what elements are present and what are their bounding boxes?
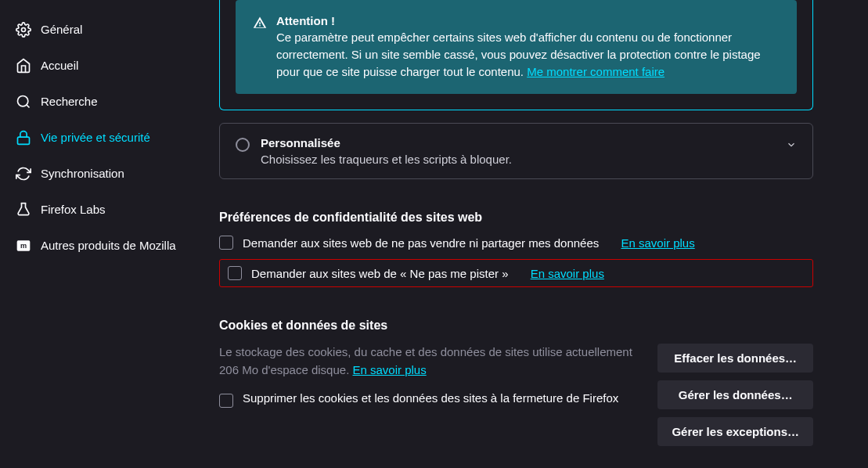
- manage-data-button[interactable]: Gérer les données…: [657, 380, 813, 409]
- sync-icon: [16, 166, 31, 182]
- highlighted-do-not-track: Demander aux sites web de « Ne pas me pi…: [219, 259, 813, 287]
- manage-exceptions-button[interactable]: Gérer les exceptions…: [657, 417, 813, 446]
- home-icon: [16, 58, 31, 74]
- clear-data-button[interactable]: Effacer les données…: [657, 344, 813, 373]
- custom-protection-card[interactable]: Personnalisée Choisissez les traqueurs e…: [219, 123, 813, 179]
- cookies-desc: Le stockage des cookies, du cache et des…: [219, 344, 642, 379]
- checkbox-row-do-not-sell: Demander aux sites web de ne pas vendre …: [219, 236, 813, 250]
- strict-mode-panel: Attention ! Ce paramètre peut empêcher c…: [219, 0, 813, 110]
- svg-point-1: [18, 96, 28, 106]
- sidebar-item-mozilla[interactable]: m Autres produits de Mozilla: [8, 230, 196, 261]
- warning-text: Ce paramètre peut empêcher certains site…: [276, 29, 780, 80]
- svg-rect-3: [18, 137, 30, 144]
- main-content: Attention ! Ce paramètre peut empêcher c…: [203, 0, 868, 468]
- warning-link[interactable]: Me montrer comment faire: [527, 65, 665, 78]
- learn-more-link[interactable]: En savoir plus: [352, 363, 426, 376]
- checkbox-label: Supprimer les cookies et les données des…: [243, 391, 618, 405]
- sidebar-item-label: Recherche: [41, 95, 98, 109]
- svg-point-0: [22, 28, 26, 32]
- checkbox-do-not-sell[interactable]: [219, 236, 233, 250]
- flask-icon: [16, 202, 31, 218]
- lock-icon: [16, 130, 31, 146]
- sidebar-item-home[interactable]: Accueil: [8, 50, 196, 81]
- checkbox-do-not-track[interactable]: [228, 266, 242, 280]
- checkbox-delete-on-close[interactable]: [219, 394, 233, 408]
- svg-text:m: m: [20, 242, 27, 250]
- custom-title: Personnalisée: [261, 136, 775, 149]
- mozilla-icon: m: [16, 238, 31, 254]
- sidebar-item-search[interactable]: Recherche: [8, 86, 196, 117]
- sidebar-item-label: Vie privée et sécurité: [41, 131, 150, 145]
- sidebar: Général Accueil Recherche Vie privée et …: [0, 0, 203, 468]
- custom-desc: Choisissez les traqueurs et les scripts …: [261, 153, 775, 166]
- sidebar-item-privacy[interactable]: Vie privée et sécurité: [8, 122, 196, 153]
- gear-icon: [16, 22, 31, 38]
- svg-line-2: [27, 105, 30, 108]
- radio-custom[interactable]: [236, 138, 250, 152]
- sidebar-item-label: Accueil: [41, 59, 78, 73]
- sidebar-item-labs[interactable]: Firefox Labs: [8, 194, 196, 225]
- cookies-title: Cookies et données de sites: [219, 319, 813, 333]
- learn-more-link[interactable]: En savoir plus: [531, 267, 604, 280]
- checkbox-row-delete-on-close: Supprimer les cookies et les données des…: [219, 391, 642, 408]
- learn-more-link[interactable]: En savoir plus: [621, 236, 694, 250]
- warning-box: Attention ! Ce paramètre peut empêcher c…: [236, 0, 797, 94]
- cookies-section: Le stockage des cookies, du cache et des…: [219, 344, 813, 446]
- sidebar-item-label: Général: [41, 23, 82, 37]
- privacy-prefs-title: Préférences de confidentialité des sites…: [219, 211, 813, 225]
- warning-icon: [253, 16, 267, 80]
- checkbox-label: Demander aux sites web de ne pas vendre …: [243, 236, 599, 250]
- sidebar-item-label: Firefox Labs: [41, 203, 106, 217]
- warning-title: Attention !: [276, 14, 780, 27]
- sidebar-item-label: Autres produits de Mozilla: [41, 239, 176, 253]
- checkbox-label: Demander aux sites web de « Ne pas me pi…: [251, 267, 509, 280]
- chevron-down-icon: [786, 139, 797, 153]
- warning-content: Attention ! Ce paramètre peut empêcher c…: [276, 14, 780, 80]
- sidebar-item-sync[interactable]: Synchronisation: [8, 158, 196, 189]
- search-icon: [16, 94, 31, 110]
- sidebar-item-label: Synchronisation: [41, 167, 124, 181]
- sidebar-item-general[interactable]: Général: [8, 14, 196, 45]
